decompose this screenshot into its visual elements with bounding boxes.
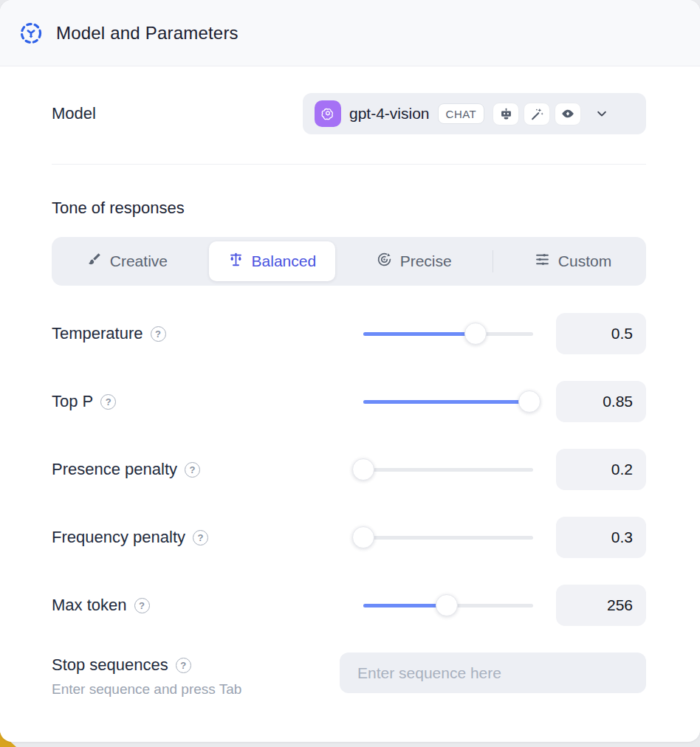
presence-penalty-slider[interactable] [363,458,533,481]
model-label: Model [52,104,96,123]
stop-sequences-hint: Enter sequence and press Tab [52,681,241,698]
slider-track [363,468,533,472]
slider-fill [363,400,529,404]
paintbrush-icon [86,252,102,271]
help-icon[interactable]: ? [193,530,208,545]
model-select-dropdown[interactable]: gpt-4-vision CHAT [303,93,646,134]
model-row: Model gpt-4-vision CHAT [52,93,646,134]
model-capability-badges [493,103,581,125]
openai-logo-icon [315,100,341,127]
target-icon [377,252,392,271]
help-icon[interactable]: ? [176,658,191,673]
param-label: Max token [52,596,127,615]
top-p-value: 0.85 [556,381,646,422]
param-label: Frequency penalty [52,528,185,547]
slider-fill [363,332,476,336]
tone-option-creative[interactable]: Creative [67,241,187,281]
param-label: Temperature [52,324,143,343]
param-label-group: Frequency penalty ? [52,528,208,547]
tone-option-label: Balanced [252,252,317,270]
param-row-frequency-penalty: Frequency penalty ? 0.3 [52,517,646,558]
slider-track [363,536,533,540]
selected-model-name: gpt-4-vision [349,105,430,123]
max-token-value: 256 [556,585,646,626]
model-dashed-circle-icon [19,21,43,45]
max-token-slider[interactable] [363,594,533,616]
help-icon[interactable]: ? [134,598,150,613]
temperature-slider[interactable] [363,323,533,345]
tone-option-precise[interactable]: Precise [357,241,471,281]
tone-option-label: Custom [558,252,611,270]
param-label-group: Temperature ? [52,324,166,343]
param-row-top-p: Top P ? 0.85 [52,381,646,422]
stop-sequences-label-group: Stop sequences ? Enter sequence and pres… [52,653,241,698]
param-row-temperature: Temperature ? 0.5 [52,313,646,354]
param-label-group: Max token ? [52,596,150,615]
temperature-value: 0.5 [556,313,646,354]
param-row-presence-penalty: Presence penalty ? 0.2 [52,449,646,490]
frequency-penalty-value: 0.3 [556,517,646,558]
vision-eye-icon [555,103,581,125]
tone-option-balanced[interactable]: Balanced [209,241,336,281]
help-icon[interactable]: ? [151,326,166,342]
tone-segmented-control: Creative Balanced [52,237,646,286]
slider-thumb[interactable] [352,526,374,548]
segment-divider [493,250,493,272]
help-icon[interactable]: ? [185,462,200,478]
slider-fill [363,604,447,607]
tone-option-label: Creative [110,252,168,270]
frequency-penalty-slider[interactable] [363,526,533,548]
model-type-badge: CHAT [438,103,485,124]
slider-thumb[interactable] [518,390,541,413]
slider-thumb[interactable] [352,458,374,481]
stop-sequence-input[interactable] [340,653,646,693]
sliders-icon [535,252,550,271]
magic-wand-icon [524,103,550,125]
presence-penalty-value: 0.2 [556,449,646,490]
tone-option-custom[interactable]: Custom [515,241,631,281]
param-label-group: Top P ? [52,392,116,411]
param-label: Presence penalty [52,460,177,479]
param-label-group: Presence penalty ? [52,460,200,479]
panel-title: Model and Parameters [56,23,239,44]
param-label: Top P [52,392,93,411]
top-p-slider[interactable] [363,390,533,413]
section-divider [52,164,646,165]
model-and-parameters-panel: Model and Parameters Model gpt-4-vision … [0,0,700,742]
param-row-max-token: Max token ? 256 [52,585,646,626]
stop-sequences-label: Stop sequences [52,655,168,675]
slider-thumb[interactable] [464,323,487,345]
slider-thumb[interactable] [436,594,458,616]
help-icon[interactable]: ? [100,394,116,410]
balance-scale-icon [228,252,244,271]
robot-icon [493,103,519,125]
panel-body: Model gpt-4-vision CHAT [0,66,700,698]
tone-section-title: Tone of responses [52,199,646,218]
tone-option-label: Precise [400,252,452,270]
stop-sequences-row: Stop sequences ? Enter sequence and pres… [52,653,646,698]
chevron-down-icon [595,107,608,120]
panel-header: Model and Parameters [0,0,700,66]
